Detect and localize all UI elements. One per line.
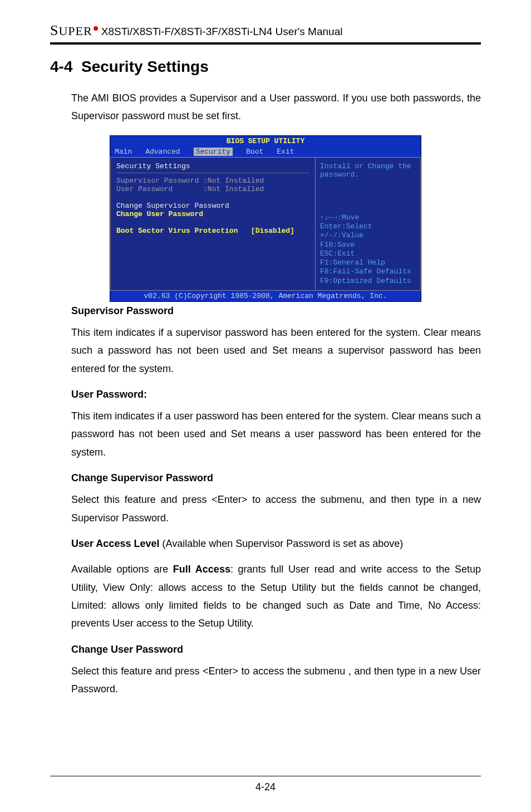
bios-key-exit: ESC:Exit [320,250,416,258]
heading-supervisor-password: Supervisor Password [71,305,481,317]
bios-key-save: F10:Save [320,241,416,250]
bios-left-heading: Security Settings [116,162,309,170]
heading-user-password: User Password: [71,389,481,400]
bios-key-value: +/-/:Value [320,231,416,240]
bios-user-value: :Not Installed [203,185,264,193]
bios-menu-advanced[interactable]: Advanced [145,148,180,156]
bios-menu-main[interactable]: Main [115,148,132,156]
bios-footer: v02.63 (C)Copyright 1985-2008, American … [110,291,421,301]
bios-key-move: ↑↓←→:Move [320,213,416,222]
page-number: 4-24 [0,781,531,793]
section-title-text: Security Settings [81,58,209,75]
bios-menu-bar: Main Advanced Security Boot Exit [110,146,421,157]
section-heading: 4-4 Security Settings [50,58,481,76]
bios-key-failsafe: F8:Fail-Safe Defaults [320,267,416,276]
bios-help-text: Install or Change the password. [320,162,416,179]
heading-change-supervisor: Change Supervisor Password [71,472,481,484]
bios-title: BIOS SETUP UTILITY [110,136,421,146]
bios-user-row: User Password :Not Installed [116,185,309,193]
bios-right-pane: Install or Change the password. ↑↓←→:Mov… [315,157,421,291]
ual-bold: Full Access [173,564,230,575]
heading-change-user: Change User Password [71,644,481,656]
ual-p1: Available options are [71,564,173,575]
brand-rest: UPER [58,24,92,38]
bios-change-user[interactable]: Change User Password [116,210,309,218]
bios-key-legend: ↑↓←→:Move Enter:Select +/-/:Value F10:Sa… [320,213,416,286]
para-user-password: This item indicates if a user password h… [71,407,481,461]
bios-sup-value: :Not Installed [203,177,264,185]
page-header: SUPER X8STi/X8STi-F/X8STi-3F/X8STi-LN4 U… [50,22,481,45]
brand-logo: SUPER [50,22,92,39]
bios-divider [116,173,309,173]
body-content: Supervisor Password This item indicates … [71,305,481,698]
para-supervisor-password: This item indicates if a supervisor pass… [71,324,481,378]
para-change-user: Select this feature and press <Enter> to… [71,662,481,698]
bios-key-help: F1:General Help [320,258,416,267]
bios-key-select: Enter:Select [320,222,416,231]
bios-bsvp-value: [Disabled] [251,227,294,235]
bios-menu-boot[interactable]: Boot [246,148,263,156]
bios-key-optimized: F9:Optimized Defaults [320,277,416,286]
intro-paragraph: The AMI BIOS provides a Supervisor and a… [71,89,481,125]
ual-label: User Access Level [71,538,159,549]
para-user-access-level-label: User Access Level (Available when Superv… [71,535,481,552]
bios-menu-exit[interactable]: Exit [277,148,294,156]
para-user-access-level: Available options are Full Access: grant… [71,560,481,633]
manual-title: X8STi/X8STi-F/X8STi-3F/X8STi-LN4 User's … [101,26,343,38]
bios-bsvp-row[interactable]: Boot Sector Virus Protection [Disabled] [116,227,309,235]
brand-first-letter: S [50,22,58,38]
bios-sup-row: Supervisor Password :Not Installed [116,177,309,185]
bios-left-pane: Security Settings Supervisor Password :N… [110,157,315,291]
section-number: 4-4 [50,58,72,75]
para-change-supervisor: Select this feature and press <Enter> to… [71,491,481,527]
bios-screenshot: BIOS SETUP UTILITY Main Advanced Securit… [50,135,481,302]
ual-note: (Available when Supervisor Password is s… [159,538,403,549]
footer-rule [50,776,481,776]
brand-dot-icon [94,26,98,31]
bios-menu-security[interactable]: Security [194,148,233,156]
bios-bsvp-label: Boot Sector Virus Protection [116,227,238,235]
bios-user-label: User Password [116,185,173,193]
bios-change-sup[interactable]: Change Supervisor Password [116,202,309,210]
bios-sup-label: Supervisor Password [116,177,199,185]
